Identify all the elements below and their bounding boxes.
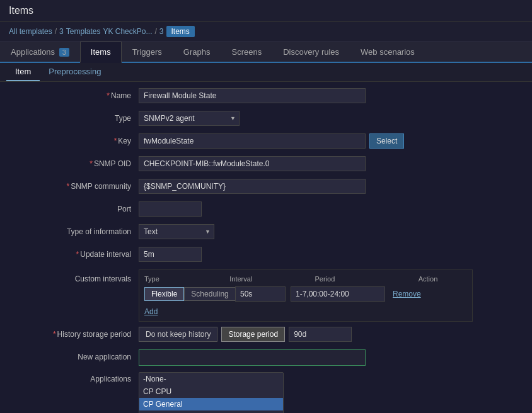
tab-screens[interactable]: Screens [221,42,273,62]
ci-interval-input[interactable] [235,286,286,302]
custom-intervals-row: Custom intervals Type Interval Period Ac… [13,269,519,322]
update-interval-input[interactable] [139,247,202,262]
type-select[interactable]: SNMPv2 agent [139,111,240,126]
name-label: *Name [13,88,139,100]
type-label: Type [13,111,139,123]
breadcrumb-count: 3 [59,27,64,36]
breadcrumb-host[interactable]: YK CheckPo... [103,27,152,36]
applications-label: Applications [13,372,139,383]
flexible-toggle[interactable]: Flexible [144,287,184,301]
sub-tab-item[interactable]: Item [6,63,40,81]
no-keep-history-button[interactable]: Do not keep history [139,327,217,342]
breadcrumb-templates[interactable]: Templates [66,27,101,36]
tab-web[interactable]: Web scenarios [350,42,425,62]
name-row: *Name [13,88,519,106]
scheduling-toggle[interactable]: Scheduling [184,287,235,301]
port-row: Port [13,201,519,219]
tab-triggers[interactable]: Triggers [122,42,173,62]
new-application-input[interactable] [139,349,366,366]
custom-intervals-label: Custom intervals [13,269,139,283]
update-interval-row: *Update interval [13,247,519,264]
snmp-oid-input[interactable] [139,156,366,171]
key-row: *Key Select [13,133,519,151]
tab-discovery[interactable]: Discovery rules [272,42,350,62]
breadcrumb: All templates / 3 Templates YK CheckPo..… [0,22,532,42]
port-input[interactable] [139,201,202,217]
history-row: *History storage period Do not keep hist… [13,327,519,344]
sub-tab-preprocessing[interactable]: Preprocessing [40,63,110,81]
tabs-bar: Applications 3 Items Triggers Graphs Scr… [0,42,532,63]
tab-applications[interactable]: Applications 3 [0,42,80,62]
type-row: Type SNMPv2 agent [13,111,519,128]
applications-listbox[interactable]: -None- CP CPU CP General CP Memory [139,372,284,413]
type-of-info-label: Type of information [13,224,139,236]
snmp-oid-label: *SNMP OID [13,156,139,168]
snmp-oid-row: *SNMP OID [13,156,519,174]
sub-tabs-bar: Item Preprocessing [0,63,532,82]
update-interval-label: *Update interval [13,247,139,259]
tab-graphs[interactable]: Graphs [173,42,221,62]
key-label: *Key [13,133,139,145]
new-application-label: New application [13,349,139,361]
history-label: *History storage period [13,327,139,339]
snmp-community-input[interactable] [139,179,366,194]
name-input[interactable] [139,88,366,103]
new-application-row: New application [13,349,519,367]
ci-remove-button[interactable]: Remove [393,290,421,298]
ci-add-button[interactable]: Add [144,307,158,316]
breadcrumb-sep2: / [154,27,156,36]
breadcrumb-all-templates[interactable]: All templates [9,27,52,36]
breadcrumb-current: Items [166,26,195,37]
snmp-community-label: *SNMP community [13,179,139,191]
key-input[interactable] [139,133,366,149]
applications-row: Applications -None- CP CPU CP General CP… [13,372,519,413]
tab-items[interactable]: Items [80,42,122,63]
history-value-input[interactable] [289,327,352,342]
custom-intervals-container: Type Interval Period Action Flexible Sch… [139,269,473,322]
type-of-info-select[interactable]: Text [139,224,214,239]
type-of-info-row: Type of information Text [13,224,519,242]
snmp-community-row: *SNMP community [13,179,519,196]
page-title: Items [0,0,532,22]
select-button[interactable]: Select [369,133,404,149]
form-area: *Name Type SNMPv2 agent *Key Select *SNM… [0,82,532,413]
breadcrumb-sep1: / [55,27,57,36]
port-label: Port [13,201,139,213]
storage-period-button[interactable]: Storage period [221,327,285,342]
breadcrumb-applications[interactable]: 3 [159,27,164,36]
ci-period-input[interactable] [291,286,385,302]
